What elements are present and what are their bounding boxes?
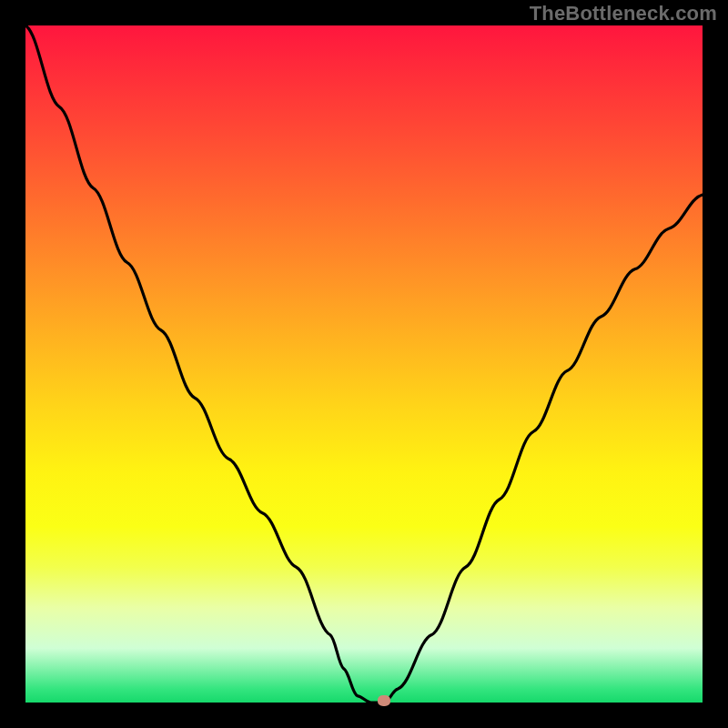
curve-svg: [25, 25, 703, 703]
plot-area: [25, 25, 703, 703]
bottleneck-marker: [378, 695, 390, 706]
curve-path: [25, 25, 703, 703]
chart-frame: TheBottleneck.com: [0, 0, 728, 728]
watermark-text: TheBottleneck.com: [530, 2, 717, 25]
